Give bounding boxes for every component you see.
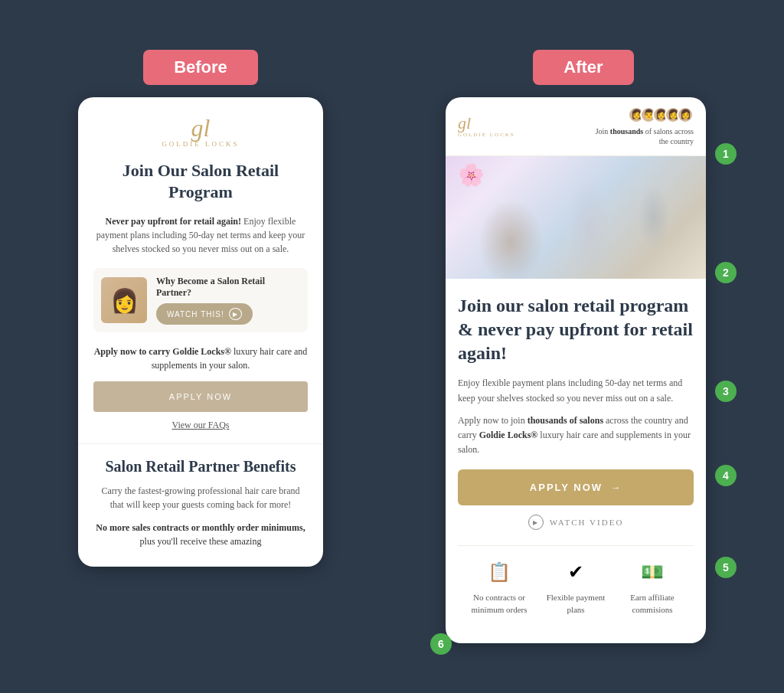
before-column: Before gl GOLDIE LOCKS Join Our Salon Re… [24, 50, 377, 567]
badge-3: 3 [715, 381, 737, 402]
benefit-label-1: No contracts or minimum orders [464, 592, 534, 616]
benefit-item-3: 💵 Earn affiliate commisions [617, 558, 688, 616]
badge-4: 4 [715, 465, 737, 486]
before-apply-bold: Apply now to carry Goldie Locks® [94, 346, 231, 357]
before-video-box: Why Become a Salon Retail Partner? WATCH… [93, 268, 308, 332]
after-apply-button[interactable]: APPLY NOW → [458, 469, 694, 505]
before-apply-button[interactable]: APPLY NOW [93, 381, 308, 412]
before-logo-script: gl [93, 116, 308, 140]
after-watch-video[interactable]: ▶ WATCH VIDEO [458, 515, 694, 530]
after-logo: gl GOLDIE LOCKS [458, 115, 515, 138]
benefit-icon-1: 📋 [488, 558, 511, 586]
before-subtitle: Never pay upfront for retail again! Enjo… [93, 214, 308, 256]
before-apply-text: Apply now to carry Goldie Locks® luxury … [93, 345, 308, 372]
badge-2: 2 [715, 262, 737, 283]
after-apply-text: APPLY NOW [530, 482, 603, 493]
after-desc2-start: Apply now to join [458, 415, 528, 426]
after-column-inner: gl GOLDIE LOCKS 👩 👨 👩 👩 👩 Join thousan [446, 97, 721, 643]
after-card: gl GOLDIE LOCKS 👩 👨 👩 👩 👩 Join thousan [446, 97, 706, 643]
after-main-title: Join our salon retail program & never pa… [458, 294, 694, 366]
benefit-icon-2: ✔ [568, 558, 583, 586]
number-badge-3: 3 [715, 381, 737, 402]
benefit-icon-3: 💵 [641, 558, 664, 586]
after-benefits-grid: 📋 No contracts or minimum orders ✔ Flexi… [458, 545, 694, 628]
before-benefits-title: Salon Retail Partner Benefits [93, 456, 308, 476]
before-card: gl GOLDIE LOCKS Join Our Salon Retail Pr… [78, 97, 323, 567]
number-badge-6: 6 [430, 633, 452, 655]
after-header-text: Join thousands of salons across the coun… [594, 126, 694, 146]
benefit-item-1: 📋 No contracts or minimum orders [464, 558, 534, 616]
after-avatars: 👩 👨 👩 👩 👩 [594, 106, 694, 123]
before-logo-text: GOLDIE LOCKS [93, 140, 308, 148]
after-apply-arrow: → [610, 482, 622, 493]
after-label: After [533, 50, 633, 85]
before-video-text: Why Become a Salon Retail Partner? WATCH… [156, 276, 300, 325]
benefit-label-3: Earn affiliate commisions [617, 592, 688, 616]
number-badge-2: 2 [715, 262, 737, 283]
number-badge-4: 4 [715, 465, 737, 486]
before-logo: gl GOLDIE LOCKS [93, 116, 308, 148]
before-video-avatar [101, 277, 147, 323]
badge-1: 1 [715, 143, 737, 165]
after-watch-label: WATCH VIDEO [550, 518, 624, 527]
after-header-bold: thousands [610, 127, 643, 136]
watch-icon: ▶ [528, 515, 544, 530]
after-desc1: Enjoy flexible payment plans including 5… [458, 376, 694, 405]
before-subtitle-bold: Never pay upfront for retail again! [106, 216, 241, 227]
after-title-bold: upfront [559, 319, 619, 339]
before-label: Before [143, 50, 258, 85]
before-divider [78, 443, 323, 444]
badge-5: 5 [715, 557, 737, 578]
after-desc2-bold: thousands of salons [528, 415, 603, 426]
main-container: Before gl GOLDIE LOCKS Join Our Salon Re… [24, 50, 760, 643]
before-card-inner: gl GOLDIE LOCKS Join Our Salon Retail Pr… [78, 97, 323, 567]
before-video-label: Why Become a Salon Retail Partner? [156, 276, 300, 299]
before-title: Join Our Salon Retail Program [93, 160, 308, 204]
before-faq-link[interactable]: View our FAQs [93, 420, 308, 431]
after-body: Join our salon retail program & never pa… [446, 279, 706, 643]
after-header-right: 👩 👨 👩 👩 👩 Join thousands of salons acros… [594, 106, 694, 146]
badge-6: 6 [430, 633, 452, 655]
after-desc2-brand: Goldie Locks® [479, 430, 538, 440]
after-logo-script: gl [458, 115, 515, 132]
number-badge-1: 1 [715, 143, 737, 165]
after-salon-image [446, 156, 706, 279]
before-no-contracts: No more sales contracts or monthly order… [93, 521, 308, 548]
before-benefits-desc: Carry the fastest-growing professional h… [93, 484, 308, 512]
avatar-5: 👩 [677, 106, 694, 123]
before-watch-button[interactable]: WATCH THIS! [156, 303, 253, 325]
benefit-item-2: ✔ Flexible payment plans [541, 558, 611, 616]
after-logo-text: GOLDIE LOCKS [458, 132, 515, 138]
before-no-contracts-rest: plus you'll receive these amazing [140, 536, 262, 547]
after-desc2: Apply now to join thousands of salons ac… [458, 414, 694, 458]
after-column: After gl GOLDIE LOCKS 👩 👨 👩 👩 [407, 50, 760, 643]
before-no-contracts-bold: No more sales contracts or monthly order… [96, 522, 305, 533]
after-header: gl GOLDIE LOCKS 👩 👨 👩 👩 👩 Join thousan [446, 97, 706, 156]
number-badge-5: 5 [715, 557, 737, 578]
benefit-label-2: Flexible payment plans [541, 592, 611, 616]
